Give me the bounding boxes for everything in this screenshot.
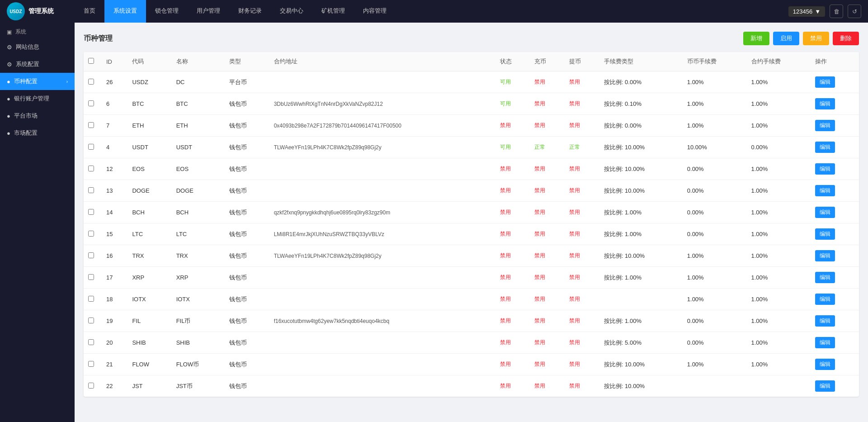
edit-button[interactable]: 编辑 [815, 380, 835, 392]
edit-button[interactable]: 编辑 [815, 120, 835, 131]
row-checkbox[interactable] [88, 252, 94, 258]
edit-button[interactable]: 编辑 [815, 294, 835, 305]
row-charge: 正常 [530, 137, 565, 158]
row-checkbox[interactable] [88, 296, 94, 302]
row-checkbox[interactable] [88, 339, 94, 345]
row-contract-fee: 1.00% [747, 93, 811, 115]
table-header-row: ID 代码 名称 类型 合约地址 状态 充币 提币 手续费类型 币币手续费 合约… [84, 52, 859, 71]
row-checkbox[interactable] [88, 166, 94, 171]
row-checkbox[interactable] [88, 274, 94, 280]
row-contract [269, 289, 495, 310]
edit-button[interactable]: 编辑 [815, 207, 835, 218]
logo-area: USDZ 管理系统 [0, 2, 75, 20]
edit-button[interactable]: 编辑 [815, 142, 835, 153]
add-button[interactable]: 新增 [743, 32, 769, 45]
sidebar-item-market-config[interactable]: ● 市场配置 [0, 124, 75, 142]
row-name: USDT [172, 137, 225, 158]
table-row: 6 BTC BTC 钱包币 3DbUz6WwhRtXgTnN4nrDgXkVaN… [84, 93, 859, 115]
row-checkbox-cell [84, 354, 102, 375]
row-withdraw: 禁用 [565, 289, 599, 310]
row-name: EOS [172, 158, 225, 180]
row-contract-fee: 1.00% [747, 223, 811, 245]
row-code: DOGE [127, 180, 171, 202]
select-all-checkbox[interactable] [88, 58, 94, 64]
sidebar-item-label: 市场配置 [14, 129, 38, 137]
row-contract [269, 332, 495, 354]
row-contract: qzkf2fxnq9pnygkkdhqhj6ue0895rq0lry83zgz9… [269, 202, 495, 223]
row-checkbox[interactable] [88, 79, 94, 85]
row-checkbox[interactable] [88, 231, 94, 237]
row-checkbox-cell [84, 115, 102, 137]
row-contract-fee: 1.00% [747, 202, 811, 223]
row-contract: TLWAeeYFn19LPh4K7C8Wk2fpZ89q98Gj2y [269, 245, 495, 267]
sidebar-item-bank-account[interactable]: ● 银行账户管理 [0, 90, 75, 107]
row-checkbox[interactable] [88, 122, 94, 128]
row-contract-fee: 0.00% [747, 137, 811, 158]
row-checkbox-cell [84, 202, 102, 223]
row-checkbox[interactable] [88, 209, 94, 215]
row-name: TRX [172, 245, 225, 267]
nav-user-management[interactable]: 用户管理 [188, 0, 229, 23]
sidebar-item-coin-config[interactable]: ● 币种配置 › [0, 73, 75, 90]
nav-finance-records[interactable]: 财务记录 [229, 0, 271, 23]
arrow-icon: › [66, 79, 68, 84]
edit-button[interactable]: 编辑 [815, 76, 835, 88]
row-checkbox-cell [84, 93, 102, 115]
disable-button[interactable]: 禁用 [803, 32, 829, 45]
row-status: 禁用 [495, 223, 530, 245]
edit-button[interactable]: 编辑 [815, 228, 835, 240]
dot-icon: ● [7, 78, 10, 85]
row-checkbox-cell [84, 137, 102, 158]
row-contract-fee: 1.00% [747, 245, 811, 267]
user-dropdown[interactable]: 123456 ▼ [788, 6, 825, 17]
sidebar-item-website-info[interactable]: ⚙ 网站信息 [0, 38, 75, 56]
row-checkbox[interactable] [88, 361, 94, 367]
table-row: 12 EOS EOS 钱包币 禁用 禁用 禁用 按比例: 10.00% 0.00… [84, 158, 859, 180]
row-code: USDT [127, 137, 171, 158]
action-buttons: 新增 启用 禁用 删除 [743, 32, 859, 45]
row-action: 编辑 [811, 375, 859, 397]
sidebar-item-label: 银行账户管理 [14, 95, 49, 103]
nav-lock-management[interactable]: 锁仓管理 [146, 0, 188, 23]
edit-button[interactable]: 编辑 [815, 98, 835, 109]
edit-button[interactable]: 编辑 [815, 185, 835, 196]
row-checkbox[interactable] [88, 383, 94, 389]
sidebar-item-system-config[interactable]: ⚙ 系统配置 [0, 56, 75, 73]
edit-button[interactable]: 编辑 [815, 359, 835, 370]
nav-content-management[interactable]: 内容管理 [354, 0, 396, 23]
refresh-button[interactable]: ↺ [848, 5, 861, 18]
row-checkbox[interactable] [88, 318, 94, 323]
nav-system-settings[interactable]: 系统设置 [104, 0, 146, 23]
col-coin-fee: 币币手续费 [683, 52, 747, 71]
row-type: 平台币 [225, 71, 269, 93]
coin-table: ID 代码 名称 类型 合约地址 状态 充币 提币 手续费类型 币币手续费 合约… [84, 52, 859, 397]
row-checkbox-cell [84, 289, 102, 310]
nav-trade-center[interactable]: 交易中心 [271, 0, 312, 23]
row-withdraw: 禁用 [565, 71, 599, 93]
enable-button[interactable]: 启用 [773, 32, 799, 45]
row-checkbox[interactable] [88, 187, 94, 193]
edit-button[interactable]: 编辑 [815, 337, 835, 348]
row-name: BCH [172, 202, 225, 223]
row-action: 编辑 [811, 332, 859, 354]
edit-button[interactable]: 编辑 [815, 272, 835, 283]
row-contract-fee: 1.00% [747, 158, 811, 180]
delete-button[interactable]: 删除 [833, 32, 859, 45]
trash-button[interactable]: 🗑 [830, 5, 843, 18]
nav-home[interactable]: 首页 [75, 0, 104, 23]
row-checkbox[interactable] [88, 144, 94, 150]
row-charge: 禁用 [530, 245, 565, 267]
row-fee-type: 按比例: 0.10% [599, 93, 683, 115]
sidebar-item-platform-market[interactable]: ● 平台市场 [0, 107, 75, 124]
edit-button[interactable]: 编辑 [815, 315, 835, 327]
row-code: SHIB [127, 332, 171, 354]
row-checkbox[interactable] [88, 100, 94, 106]
row-action: 编辑 [811, 245, 859, 267]
dropdown-icon: ▼ [815, 8, 821, 15]
username-label: 123456 [793, 8, 812, 15]
edit-button[interactable]: 编辑 [815, 250, 835, 261]
edit-button[interactable]: 编辑 [815, 163, 835, 175]
nav-miner-management[interactable]: 矿机管理 [312, 0, 354, 23]
gear-icon: ⚙ [7, 44, 12, 51]
col-charge: 充币 [530, 52, 565, 71]
